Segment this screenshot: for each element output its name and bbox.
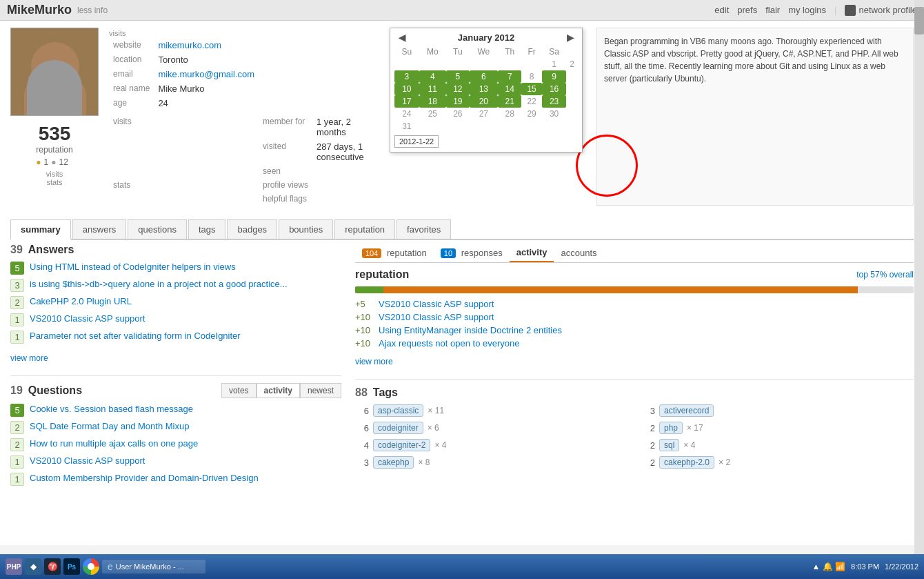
question-link[interactable]: Cookie vs. Session based flash message <box>30 404 193 414</box>
answer-link[interactable]: VS2010 Classic ASP support <box>30 313 145 324</box>
rep-item-link[interactable]: Using EntityManager inside Doctrine 2 en… <box>379 325 562 335</box>
calendar-day[interactable]: 29 <box>521 108 541 120</box>
right-tab-responses[interactable]: 10 responses <box>434 244 510 262</box>
tag-multiplier: × 6 <box>428 423 439 433</box>
tab-badges[interactable]: badges <box>227 219 277 239</box>
calendar-day[interactable]: 21 <box>498 95 521 108</box>
question-link[interactable]: VS2010 Classic ASP support <box>30 455 145 466</box>
my-logins-link[interactable]: my logins <box>788 5 826 15</box>
tags-title: Tags <box>373 386 398 399</box>
tab-favorites[interactable]: favorites <box>396 219 451 239</box>
tag-badge[interactable]: activerecord <box>659 404 714 417</box>
calendar-day[interactable]: 18 <box>419 95 446 108</box>
question-link[interactable]: How to run multiple ajax calls on one pa… <box>30 438 198 449</box>
answer-link[interactable]: Using HTML instead of CodeIgniter helper… <box>30 262 236 272</box>
calendar-day[interactable]: 28 <box>498 108 521 120</box>
calendar-day <box>521 58 541 70</box>
network-profile-link[interactable]: ☍ network profile <box>845 5 917 16</box>
calendar-day[interactable]: 24 <box>394 108 419 120</box>
tag-badge[interactable]: asp-classic <box>373 404 423 417</box>
rep-item-link[interactable]: Ajax requests not open to everyone <box>379 338 520 349</box>
answer-score: 3 <box>10 279 24 292</box>
rep-item-link[interactable]: VS2010 Classic ASP support <box>379 312 494 322</box>
calendar-day[interactable]: 7 <box>498 70 521 83</box>
calendar-day[interactable]: 19 <box>446 95 469 108</box>
question-link[interactable]: SQL Date Format Day and Month Mixup <box>30 421 189 431</box>
calendar-day[interactable]: 22 <box>521 95 541 108</box>
calendar-day[interactable]: 5 <box>446 70 469 83</box>
answers-view-more[interactable]: view more <box>10 353 48 363</box>
tab-summary[interactable]: summary <box>10 219 71 240</box>
scrollbar-thumb[interactable] <box>914 7 924 35</box>
calendar-day[interactable]: 4 <box>419 70 446 83</box>
bio-table: website mikemurko.com location Toronto e… <box>109 38 383 206</box>
right-tab-accounts[interactable]: accounts <box>554 244 603 262</box>
tab-reputation[interactable]: reputation <box>334 219 395 239</box>
calendar-day[interactable]: 23 <box>542 95 567 108</box>
answer-link[interactable]: CakePHP 2.0 Plugin URL <box>30 296 132 306</box>
responses-tab-label: responses <box>461 248 503 258</box>
tag-row: 2 sql × 4 <box>641 439 914 451</box>
tab-tags[interactable]: tags <box>188 219 226 239</box>
calendar-prev[interactable]: ◀ <box>394 32 410 43</box>
calendar-day[interactable]: 30 <box>542 108 567 120</box>
calendar-day[interactable]: 26 <box>446 108 469 120</box>
tag-badge[interactable]: cakephp-2.0 <box>659 456 714 469</box>
calendar-day[interactable]: 6 <box>470 70 499 83</box>
top-overall: top 57% overall <box>856 270 914 279</box>
questions-section: 19 Questions votesactivitynewest 5 Cooki… <box>10 383 341 486</box>
calendar-day[interactable]: 1 <box>542 58 567 70</box>
calendar-day[interactable]: 3 <box>394 70 419 83</box>
q-filter-activity[interactable]: activity <box>257 383 300 398</box>
calendar-day[interactable]: 9 <box>542 70 567 83</box>
question-link[interactable]: Custom Membership Provider and Domain-Dr… <box>30 473 259 483</box>
calendar-day[interactable]: 13 <box>470 83 499 95</box>
tab-bounties[interactable]: bounties <box>279 219 333 239</box>
less-info-link[interactable]: less info <box>77 6 108 15</box>
flair-link[interactable]: flair <box>765 5 780 15</box>
tag-badge[interactable]: codeigniter <box>373 422 423 434</box>
rep-view-more[interactable]: view more <box>355 357 393 366</box>
tag-row: 3 activerecord <box>641 404 914 417</box>
tag-badge[interactable]: php <box>659 422 683 434</box>
tab-questions[interactable]: questions <box>128 219 187 239</box>
calendar-day[interactable]: 31 <box>394 120 419 133</box>
email-link[interactable]: mike.murko@gmail.com <box>158 69 254 79</box>
calendar-day[interactable]: 15 <box>521 83 541 95</box>
calendar-day[interactable]: 16 <box>542 83 567 95</box>
stats-row-label: stats <box>109 178 154 192</box>
calendar-day[interactable]: 20 <box>470 95 499 108</box>
tag-badge[interactable]: cakephp <box>373 456 414 469</box>
calendar-day[interactable]: 25 <box>419 108 446 120</box>
calendar-day[interactable]: 14 <box>498 83 521 95</box>
calendar-day[interactable]: 27 <box>470 108 499 120</box>
edit-link[interactable]: edit <box>714 5 729 15</box>
calendar-day[interactable]: 12 <box>446 83 469 95</box>
tags-count: 88 <box>355 386 368 399</box>
calendar-next[interactable]: ▶ <box>563 32 578 43</box>
calendar-day[interactable]: 10 <box>394 83 419 95</box>
website-link[interactable]: mikemurko.com <box>158 40 221 50</box>
right-tab-reputation[interactable]: 104 reputation <box>355 244 434 262</box>
rep-change: +10 <box>355 338 376 349</box>
calendar-day[interactable]: 11 <box>419 83 446 95</box>
profile-views-label: profile views <box>259 178 312 192</box>
tab-answers[interactable]: answers <box>72 219 126 239</box>
tag-multiplier: × 4 <box>434 440 446 450</box>
scrollbar[interactable] <box>914 0 924 545</box>
prefs-link[interactable]: prefs <box>737 5 757 15</box>
rep-change: +10 <box>355 312 376 322</box>
tag-badge[interactable]: codeigniter-2 <box>373 439 430 451</box>
rep-item-link[interactable]: VS2010 Classic ASP support <box>379 299 494 309</box>
answer-link[interactable]: Parameter not set after validating form … <box>30 331 241 341</box>
q-filter-votes[interactable]: votes <box>221 383 257 398</box>
tag-multiplier: × 2 <box>719 458 730 467</box>
tag-badge[interactable]: sql <box>659 439 679 451</box>
answer-link[interactable]: is using $this->db->query alone in a pro… <box>30 279 288 289</box>
username[interactable]: MikeMurko <box>7 3 72 17</box>
calendar-day[interactable]: 2 <box>566 58 578 70</box>
right-tab-activity[interactable]: activity <box>510 244 554 262</box>
q-filter-newest[interactable]: newest <box>300 383 341 398</box>
calendar-day[interactable]: 8 <box>521 70 541 83</box>
calendar-day[interactable]: 17 <box>394 95 419 108</box>
